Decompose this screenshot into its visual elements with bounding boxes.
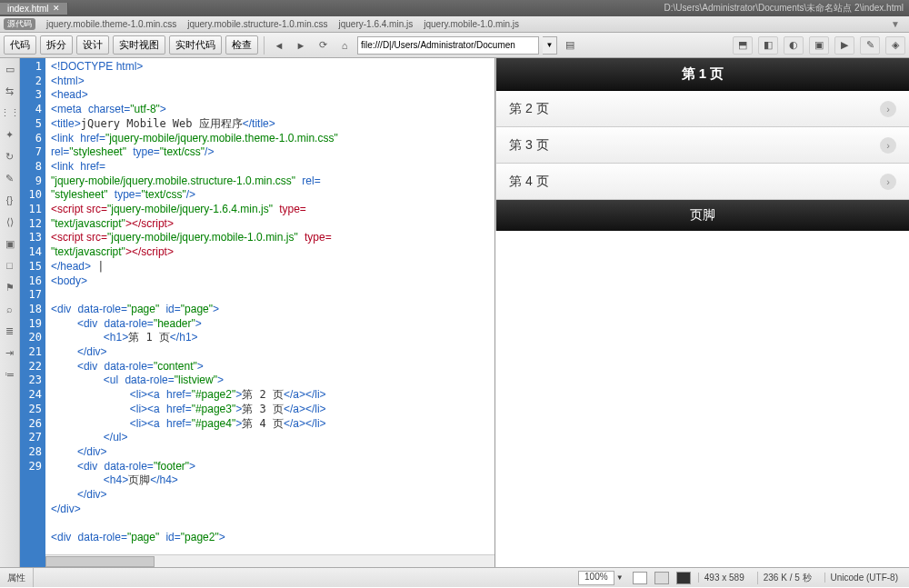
tab-label: index.html	[7, 4, 49, 14]
view-mode-button[interactable]	[654, 572, 669, 584]
listview-item[interactable]: 第 2 页 ›	[496, 91, 909, 127]
tool-icon[interactable]: ▣	[809, 36, 829, 55]
code-editor[interactable]: 1234567891011121314151617181920212223242…	[20, 58, 495, 567]
properties-button[interactable]: 属性	[0, 568, 34, 587]
encoding-status: Unicode (UTF-8)	[824, 573, 904, 583]
refresh-icon[interactable]: ⟳	[314, 36, 332, 55]
tool-icon[interactable]: ◈	[885, 36, 905, 55]
tool-icon[interactable]: ⌕	[3, 302, 17, 316]
tool-icon[interactable]: {}	[3, 193, 17, 207]
tool-icon[interactable]: ⇆	[3, 84, 17, 98]
code-content[interactable]: <!DOCTYPE html> <html> <head> <meta char…	[45, 58, 494, 567]
chevron-right-icon: ›	[880, 174, 896, 190]
zoom-input[interactable]: 100%	[578, 571, 614, 585]
related-file[interactable]: jquery.mobile.structure-1.0.min.css	[187, 19, 327, 29]
tool-icon[interactable]: ⬒	[733, 36, 753, 55]
preview-pane: 第 1 页 第 2 页 › 第 3 页 › 第 4 页 › 页脚	[495, 58, 909, 567]
tool-icon[interactable]: ▶	[834, 36, 854, 55]
listview-item[interactable]: 第 3 页 ›	[496, 127, 909, 164]
status-bar: 属性 100% ▼ 493 x 589 236 K / 5 秒 Unicode …	[0, 567, 909, 587]
tool-icon[interactable]: ⚑	[3, 280, 17, 294]
preview-footer: 页脚	[496, 200, 909, 231]
main-area: ▭ ⇆ ⋮⋮ ✦ ↻ ✎ {} ⟨⟩ ▣ □ ⚑ ⌕ ≣ ⇥ ≔ 1234567…	[0, 58, 909, 567]
code-view-button[interactable]: 代码	[4, 35, 36, 55]
close-icon[interactable]: ✕	[53, 4, 60, 13]
related-file[interactable]: jquery.mobile.theme-1.0.min.css	[46, 19, 176, 29]
tool-icon[interactable]: ◧	[758, 36, 778, 55]
tool-icon[interactable]: ↻	[3, 149, 17, 164]
list-icon[interactable]: ▤	[561, 36, 579, 55]
home-icon[interactable]: ⌂	[335, 36, 354, 55]
listview-item[interactable]: 第 4 页 ›	[496, 164, 909, 200]
item-label: 第 3 页	[509, 137, 549, 154]
chevron-right-icon: ›	[880, 101, 896, 117]
line-numbers: 1234567891011121314151617181920212223242…	[20, 58, 45, 567]
tool-icon[interactable]: ◐	[784, 36, 804, 55]
zoom-dropdown-icon[interactable]: ▼	[614, 573, 625, 582]
tool-icon[interactable]: ≔	[3, 367, 17, 382]
tool-icon[interactable]: ⟨⟩	[3, 214, 17, 229]
tool-icon[interactable]: ⋮⋮	[3, 105, 17, 120]
design-view-button[interactable]: 设计	[76, 35, 109, 55]
tool-icon[interactable]: ≣	[3, 324, 17, 338]
related-file[interactable]: jquery.mobile-1.0.min.js	[424, 19, 519, 29]
source-badge[interactable]: 源代码	[4, 18, 35, 30]
split-view-button[interactable]: 拆分	[40, 35, 73, 55]
tool-icon[interactable]: ✎	[860, 36, 880, 55]
preview-header: 第 1 页	[496, 58, 909, 91]
horizontal-scrollbar[interactable]	[45, 554, 494, 567]
separator	[264, 36, 265, 55]
document-tab[interactable]: index.html ✕	[0, 3, 68, 15]
inspect-button[interactable]: 检查	[225, 35, 258, 55]
pane-splitter[interactable]	[492, 58, 495, 567]
title-bar: index.html ✕ D:\Users\Administrator\Docu…	[0, 0, 909, 16]
live-view-button[interactable]: 实时视图	[113, 35, 165, 55]
chevron-right-icon: ›	[880, 137, 896, 154]
tool-icon[interactable]: ▣	[3, 236, 17, 251]
address-bar[interactable]: file:///D|/Users/Administrator/Documen	[357, 36, 539, 55]
dimensions-status: 493 x 589	[698, 573, 750, 583]
back-icon[interactable]: ◄	[270, 36, 288, 55]
scrollbar-thumb[interactable]	[45, 556, 155, 567]
tool-icon[interactable]: ⇥	[3, 345, 17, 360]
tool-icon[interactable]: ✎	[3, 171, 17, 185]
main-toolbar: 代码 拆分 设计 实时视图 实时代码 检查 ◄ ► ⟳ ⌂ file:///D|…	[0, 33, 909, 58]
item-label: 第 4 页	[509, 174, 549, 190]
related-file[interactable]: jquery-1.6.4.min.js	[339, 19, 414, 29]
live-code-button[interactable]: 实时代码	[169, 35, 222, 55]
view-mode-button[interactable]	[676, 572, 691, 584]
forward-icon[interactable]: ►	[292, 36, 310, 55]
tool-icon[interactable]: □	[3, 258, 17, 273]
item-label: 第 2 页	[509, 101, 549, 117]
related-files-bar: 源代码 jquery.mobile.theme-1.0.min.css jque…	[0, 16, 909, 33]
dropdown-icon[interactable]: ▼	[891, 19, 909, 29]
document-path: D:\Users\Administrator\Documents\未命名站点 2…	[664, 2, 909, 15]
address-dropdown-icon[interactable]: ▼	[543, 36, 557, 55]
tool-icon[interactable]: ▭	[3, 62, 17, 76]
vertical-toolbar: ▭ ⇆ ⋮⋮ ✦ ↻ ✎ {} ⟨⟩ ▣ □ ⚑ ⌕ ≣ ⇥ ≔	[0, 58, 20, 567]
view-mode-button[interactable]	[633, 572, 647, 584]
size-status: 236 K / 5 秒	[757, 572, 817, 584]
tool-icon[interactable]: ✦	[3, 127, 17, 142]
